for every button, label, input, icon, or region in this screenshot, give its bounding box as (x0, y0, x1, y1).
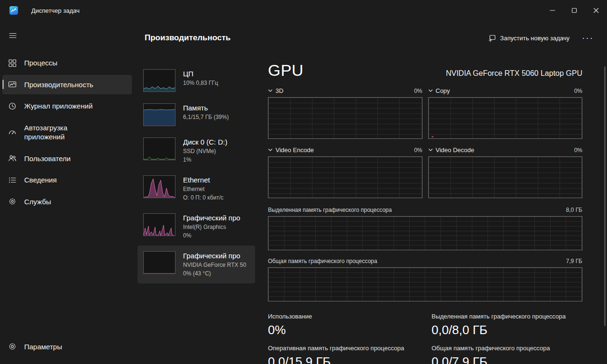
chart-canvas-shared-memory (268, 267, 582, 301)
run-new-task-label: Запустить новую задачу (500, 35, 570, 42)
memory-sparkline (143, 103, 175, 126)
sidebar: Процессы Производительность Журнал прило… (0, 21, 134, 364)
sidebar-item-label: Службы (24, 197, 51, 207)
gpu-section-title: GPU (268, 60, 304, 81)
sidebar-item-details[interactable]: Сведения (2, 170, 132, 190)
chart-value: 0% (414, 147, 422, 154)
run-new-task-button[interactable]: Запустить новую задачу (488, 34, 570, 42)
memory-chart-max: 8,0 ГБ (566, 207, 582, 213)
sidebar-item-label: Журнал приложений (24, 101, 92, 111)
stat-value: 0,0/8,0 ГБ (432, 323, 582, 337)
gpu-device-name: NVIDIA GeForce RTX 5060 Laptop GPU (446, 69, 582, 78)
perf-item-ethernet[interactable]: Ethernet Ethernet О: 0 П: 0 кбит/с (138, 170, 255, 208)
stat-value: 0% (268, 323, 432, 337)
chart-canvas-dedicated-memory (268, 216, 582, 250)
perf-item-gpu1[interactable]: Графический про NVIDIA GeForce RTX 50 0%… (138, 246, 255, 283)
startup-apps-icon (8, 128, 17, 136)
close-button[interactable] (585, 0, 607, 21)
sidebar-item-startup-apps[interactable]: Автозагрузка приложений (2, 118, 132, 147)
gpu-stats: Использование 0% Выделенная память графи… (268, 313, 582, 364)
stat-value: 0,0/15,9 ГБ (268, 355, 432, 364)
perf-item-subtitle2: 0% (43 °C) (183, 269, 246, 278)
chart-label: Video Encode (276, 146, 314, 154)
dedicated-memory-chart: Выделенная память графического процессор… (268, 207, 582, 250)
performance-icon (8, 80, 17, 89)
sidebar-item-users[interactable]: Пользователи (2, 149, 132, 169)
perf-item-title: Память (183, 103, 229, 113)
stat-value: 0,0/7,9 ГБ (432, 355, 582, 364)
perf-item-memory[interactable]: Память 6,1/15,7 ГБ (39%) (138, 98, 255, 132)
perf-item-subtitle: SSD (NVMe) (183, 147, 227, 155)
sidebar-item-label: Сведения (24, 175, 57, 185)
copy-activity-dot (432, 136, 433, 137)
stat-gpu-ram: Оперативная память графического процессо… (268, 345, 432, 364)
chart-value: 0% (414, 88, 422, 94)
disk-sparkline (143, 137, 175, 160)
chevron-down-icon[interactable] (268, 89, 273, 92)
sidebar-item-label: Пользователи (24, 154, 71, 164)
hamburger-menu-button[interactable] (4, 27, 22, 44)
window-title: Диспетчер задач (31, 7, 80, 14)
chart-copy: Copy 0% (428, 87, 583, 139)
ethernet-sparkline (143, 175, 175, 198)
sidebar-item-processes[interactable]: Процессы (2, 53, 132, 73)
app-history-icon (8, 102, 17, 110)
gear-icon (8, 342, 17, 351)
chart-value: 0% (574, 88, 582, 94)
run-new-task-icon (488, 34, 496, 42)
services-icon (8, 197, 17, 206)
perf-item-title: Диск 0 (C: D:) (183, 137, 227, 147)
chevron-down-icon[interactable] (268, 148, 273, 152)
perf-item-title: Графический про (183, 213, 240, 223)
chart-canvas-video-encode (268, 156, 423, 198)
sidebar-item-label: Автозагрузка приложений (24, 123, 67, 142)
page-title: Производительность (145, 33, 230, 43)
perf-item-subtitle: 6,1/15,7 ГБ (39%) (183, 113, 229, 121)
processes-icon (8, 59, 17, 67)
chart-canvas-copy (428, 97, 583, 139)
users-icon (8, 154, 17, 163)
sidebar-item-label: Производительность (24, 80, 93, 90)
sidebar-item-performance[interactable]: Производительность (2, 75, 132, 95)
chevron-down-icon[interactable] (428, 148, 433, 152)
chart-value: 0% (574, 147, 582, 154)
page-header: Производительность Запустить новую задач… (134, 21, 607, 55)
chart-video-encode: Video Encode 0% (268, 146, 423, 198)
details-icon (8, 176, 17, 184)
perf-item-subtitle: 10% 0,83 ГГц (183, 79, 218, 87)
chart-canvas-3d (268, 97, 423, 139)
stat-label: Общая память графического процессора (432, 345, 582, 352)
sidebar-item-app-history[interactable]: Журнал приложений (2, 96, 132, 116)
perf-item-subtitle2: 1% (183, 155, 227, 164)
shared-memory-chart: Общая память графического процессора 7,9… (268, 258, 582, 301)
stat-label: Использование (268, 313, 432, 320)
main-panel: Производительность Запустить новую задач… (134, 21, 607, 364)
memory-chart-label: Общая память графического процессора (268, 258, 377, 264)
perf-item-subtitle2: 0% (183, 231, 240, 240)
stat-label: Выделенная память графического процессор… (432, 313, 582, 320)
task-manager-app-icon (9, 6, 18, 15)
sidebar-item-services[interactable]: Службы (2, 192, 132, 212)
gpu-engine-charts: 3D 0% Copy 0% (268, 87, 582, 198)
chevron-down-icon[interactable] (428, 89, 433, 92)
sidebar-item-label: Процессы (24, 58, 57, 68)
gpu0-sparkline (143, 213, 175, 236)
more-options-button[interactable]: ··· (582, 36, 594, 40)
hamburger-icon (9, 31, 17, 40)
minimize-button[interactable] (542, 0, 563, 21)
perf-item-disk0[interactable]: Диск 0 (C: D:) SSD (NVMe) 1% (138, 132, 255, 170)
sidebar-item-settings[interactable]: Параметры (2, 337, 132, 357)
maximize-button[interactable] (563, 0, 585, 21)
stat-label: Оперативная память графического процессо… (268, 345, 432, 352)
perf-item-subtitle: Intel(R) Graphics (183, 223, 240, 231)
chart-label: Video Decode (436, 146, 474, 154)
vertical-scrollbar[interactable] (604, 66, 606, 326)
perf-item-title: Графический про (183, 251, 246, 261)
memory-chart-max: 7,9 ГБ (566, 258, 582, 264)
chart-3d: 3D 0% (268, 87, 423, 139)
performance-sidebar-list: ЦП 10% 0,83 ГГц Память 6,1/15,7 ГБ (39%) (138, 55, 255, 364)
perf-item-subtitle: NVIDIA GeForce RTX 50 (183, 261, 246, 269)
perf-item-gpu0[interactable]: Графический про Intel(R) Graphics 0% (138, 208, 255, 246)
stat-shared-memory: Общая память графического процессора 0,0… (432, 345, 582, 364)
perf-item-cpu[interactable]: ЦП 10% 0,83 ГГц (138, 64, 255, 98)
